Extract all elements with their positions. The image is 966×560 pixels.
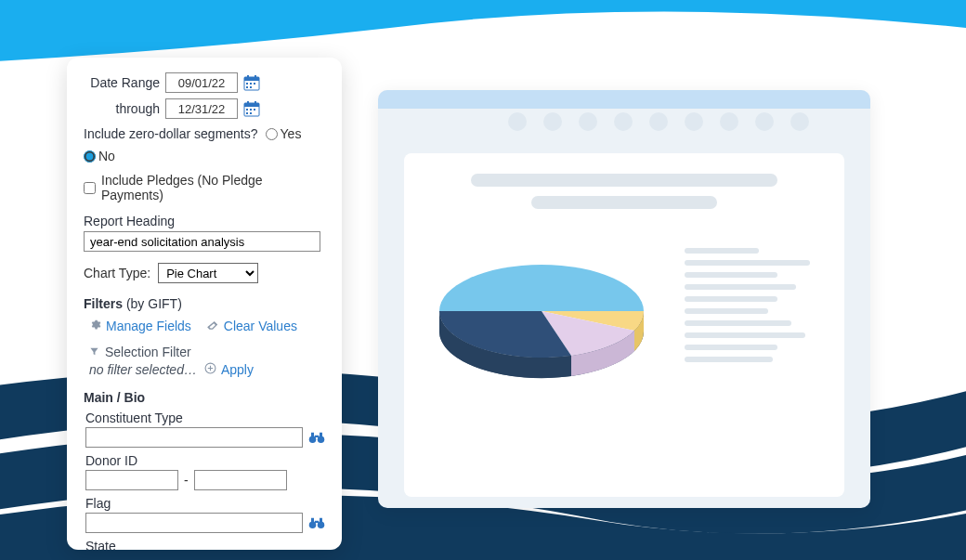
tab-dot	[649, 112, 668, 131]
svg-rect-4	[246, 83, 248, 85]
svg-rect-22	[320, 433, 322, 437]
zero-dollar-no-radio[interactable]	[84, 150, 96, 163]
tab-dot	[508, 112, 527, 131]
legend-line	[685, 296, 777, 302]
zero-dollar-yes-option[interactable]: Yes	[266, 126, 302, 141]
browser-titlebar	[378, 90, 870, 109]
flag-filter: Flag	[84, 496, 325, 533]
svg-rect-21	[311, 433, 314, 437]
legend-line	[685, 284, 796, 290]
apply-filter-link[interactable]: Apply	[204, 362, 254, 377]
tab-dot	[720, 112, 738, 131]
svg-rect-27	[320, 518, 322, 523]
yes-label: Yes	[281, 126, 302, 141]
filters-heading-text: Filters	[84, 296, 123, 311]
svg-rect-16	[246, 112, 248, 114]
filters-subtext: (by GIFT)	[123, 296, 182, 311]
svg-rect-3	[255, 75, 256, 79]
constituent-type-filter: Constituent Type	[84, 410, 325, 448]
zero-dollar-question: Include zero-dollar segments? Yes No	[84, 126, 325, 163]
legend-line	[685, 248, 759, 254]
date-through-row: through	[84, 98, 325, 119]
through-label: through	[84, 101, 160, 116]
browser-preview	[378, 90, 870, 508]
legend-line	[685, 357, 773, 362]
clear-values-link[interactable]: Clear Values	[206, 319, 297, 333]
selection-filter-label: Selection Filter	[105, 345, 191, 359]
no-label: No	[98, 149, 115, 163]
legend-line	[685, 345, 777, 350]
svg-rect-12	[255, 101, 256, 105]
filter-links-row: Manage Fields Clear Values	[84, 319, 325, 333]
date-start-input[interactable]	[165, 72, 238, 93]
state-label: State	[85, 539, 325, 550]
svg-rect-26	[311, 518, 314, 523]
zero-dollar-yes-radio[interactable]	[266, 128, 278, 140]
eraser-icon	[206, 319, 219, 333]
binoculars-icon[interactable]	[308, 516, 325, 529]
chart-type-row: Chart Type: Pie Chart	[84, 263, 325, 283]
tab-dot	[579, 112, 597, 131]
donor-id-from-input[interactable]	[85, 470, 178, 490]
calendar-icon[interactable]	[243, 74, 260, 91]
include-pledges-checkbox[interactable]	[84, 182, 96, 194]
legend-line	[685, 272, 777, 278]
selection-filter-block: Selection Filter no filter selected… App…	[84, 345, 325, 377]
filters-heading: Filters (by GIFT)	[84, 296, 325, 311]
manage-fields-text: Manage Fields	[106, 319, 191, 333]
svg-rect-5	[250, 83, 252, 85]
date-range-label: Date Range	[84, 75, 160, 90]
chart-type-select[interactable]: Pie Chart	[158, 263, 258, 283]
svg-rect-10	[244, 103, 259, 107]
tab-dot	[755, 112, 774, 131]
svg-rect-28	[315, 521, 320, 523]
svg-rect-1	[244, 77, 259, 81]
legend-line	[685, 320, 791, 326]
legend-line	[685, 260, 810, 266]
date-end-input[interactable]	[165, 98, 238, 119]
selection-filter-status: no filter selected…	[89, 362, 197, 377]
zero-dollar-no-option[interactable]: No	[84, 149, 115, 163]
svg-rect-8	[250, 86, 252, 88]
flag-input[interactable]	[85, 513, 303, 533]
main-bio-heading: Main / Bio	[84, 390, 325, 405]
report-preview-card	[404, 153, 844, 497]
tab-dot	[543, 112, 562, 131]
donor-id-label: Donor ID	[85, 453, 325, 468]
donor-id-separator: -	[184, 473, 189, 488]
apply-text: Apply	[221, 362, 254, 377]
plus-circle-icon	[204, 362, 216, 377]
chart-legend	[685, 241, 824, 369]
tab-dot	[685, 112, 703, 131]
donor-id-to-input[interactable]	[194, 470, 287, 490]
calendar-icon[interactable]	[243, 100, 260, 117]
state-filter: State	[84, 539, 325, 550]
placeholder-line	[531, 196, 717, 209]
legend-line	[685, 308, 768, 314]
zero-dollar-label: Include zero-dollar segments?	[84, 126, 258, 141]
flag-label: Flag	[85, 496, 325, 511]
tab-dot	[790, 112, 809, 131]
include-pledges-row: Include Pledges (No Pledge Payments)	[84, 173, 325, 202]
constituent-type-label: Constituent Type	[85, 410, 325, 425]
pie-chart	[430, 246, 653, 395]
svg-rect-7	[246, 86, 248, 88]
chart-type-label: Chart Type:	[84, 266, 150, 280]
donor-id-filter: Donor ID -	[84, 453, 325, 490]
manage-fields-link[interactable]: Manage Fields	[89, 319, 191, 333]
report-heading-group: Report Heading	[84, 214, 325, 252]
report-heading-input[interactable]	[84, 231, 320, 252]
tab-dot	[614, 112, 633, 131]
svg-rect-14	[250, 109, 252, 111]
include-pledges-label: Include Pledges (No Pledge Payments)	[101, 173, 325, 202]
gear-icon	[89, 319, 101, 333]
constituent-type-input[interactable]	[85, 427, 303, 448]
svg-rect-2	[247, 75, 249, 79]
selection-filter-label-row: Selection Filter	[89, 345, 191, 359]
report-form-panel: Date Range through Include zero-dollar s…	[67, 58, 342, 550]
svg-rect-13	[246, 109, 248, 111]
svg-rect-23	[315, 436, 320, 437]
svg-rect-17	[250, 112, 252, 114]
binoculars-icon[interactable]	[308, 431, 325, 444]
legend-line	[685, 332, 805, 338]
